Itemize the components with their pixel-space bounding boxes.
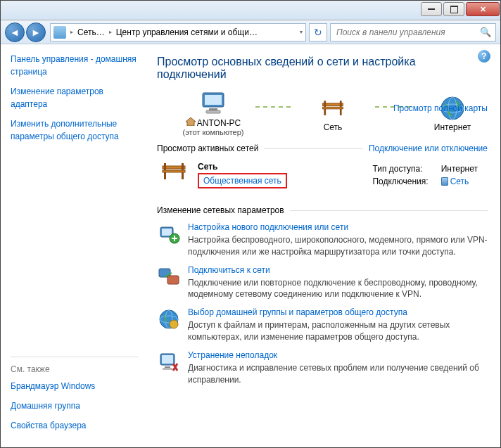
homegroup-icon (157, 307, 181, 331)
sidebar-home-link[interactable]: Панель управления - домашняя страница (11, 53, 139, 78)
access-type-value: Интернет (436, 163, 483, 174)
window: ◄ ► ▸ Сеть… ▸ Центр управления сетями и … (0, 0, 501, 448)
task-item: Настройка нового подключения или сетиНас… (157, 222, 488, 258)
svg-rect-19 (182, 163, 184, 170)
seealso-homegroup-link[interactable]: Домашняя группа (11, 399, 139, 412)
task-title-link[interactable]: Подключиться к сети (188, 265, 488, 275)
task-item: Устранение неполадокДиагностика и исправ… (157, 350, 488, 386)
svg-marker-4 (186, 117, 196, 126)
breadcrumb[interactable]: ▸ Сеть… ▸ Центр управления сетями и общи… (50, 23, 306, 41)
network-profile-highlight: Общественная сеть (198, 173, 287, 188)
map-pc-label: ANTON-PC (197, 118, 241, 128)
svg-rect-17 (182, 172, 184, 179)
network-profile-link[interactable]: Общественная сеть (203, 176, 281, 186)
full-map-link[interactable]: Просмотр полной карты (393, 103, 488, 113)
map-node-pc: ANTON-PC (этот компьютер) (178, 91, 248, 136)
svg-rect-18 (164, 163, 166, 170)
sidebar-adapter-link[interactable]: Изменение параметров адаптера (11, 85, 139, 110)
see-also-header: См. также (11, 357, 139, 374)
svg-rect-24 (167, 276, 179, 284)
chevron-right-icon: ▸ (109, 29, 112, 35)
task-item: Подключиться к сетиПодключение или повто… (157, 265, 488, 301)
svg-rect-10 (340, 101, 342, 107)
seealso-browser-link[interactable]: Свойства браузера (11, 419, 139, 432)
svg-rect-32 (163, 368, 172, 370)
svg-rect-7 (324, 108, 326, 115)
network-map: ANTON-PC (этот компьютер) Сеть (178, 91, 488, 136)
chevron-right-icon: ▸ (70, 29, 73, 35)
search-box[interactable]: 🔍 (330, 23, 496, 41)
network-name: Сеть (198, 162, 287, 172)
breadcrumb-item[interactable]: Центр управления сетями и общи… (116, 27, 258, 37)
chevron-down-icon[interactable]: ▾ (300, 29, 303, 35)
map-pc-sublabel: (этот компьютер) (182, 128, 243, 136)
new-connection-icon (157, 222, 181, 246)
svg-rect-31 (165, 366, 170, 368)
back-button[interactable]: ◄ (5, 23, 25, 42)
breadcrumb-item[interactable]: Сеть… (77, 27, 105, 37)
svg-rect-15 (163, 170, 185, 172)
sidebar: Панель управления - домашняя страница Из… (1, 44, 148, 447)
svg-rect-6 (323, 107, 343, 109)
active-networks-header: Просмотр активных сетей (157, 143, 258, 153)
svg-rect-9 (324, 101, 326, 107)
computer-icon (201, 91, 226, 116)
bench-icon (160, 162, 192, 184)
sidebar-sharing-link[interactable]: Изменить дополнительные параметры общего… (11, 117, 139, 143)
svg-rect-21 (162, 229, 172, 236)
title-bar (1, 1, 500, 20)
refresh-button[interactable]: ↻ (309, 23, 327, 41)
network-icon (53, 26, 66, 39)
seealso-firewall-link[interactable]: Брандмауэр Windows (11, 380, 139, 392)
search-input[interactable] (335, 27, 480, 38)
task-description: Доступ к файлам и принтерам, расположенн… (188, 319, 488, 343)
task-description: Диагностика и исправление сетевых пробле… (188, 362, 488, 386)
svg-rect-3 (206, 110, 220, 113)
maximize-button[interactable] (443, 2, 464, 16)
connection-line (255, 106, 291, 108)
task-title-link[interactable]: Настройка нового подключения или сети (188, 222, 488, 232)
svg-rect-8 (340, 108, 342, 115)
minimize-button[interactable] (421, 2, 442, 16)
task-title-link[interactable]: Устранение неполадок (188, 350, 488, 360)
task-description: Настройка беспроводного, широкополосного… (188, 234, 488, 258)
connect-network-icon (157, 265, 181, 289)
map-network-label: Сеть (324, 122, 343, 132)
active-network-row: Сеть Общественная сеть Тип доступа: Инте… (157, 158, 488, 193)
map-node-network: Сеть (298, 96, 368, 132)
connections-label: Подключения: (367, 176, 433, 187)
troubleshoot-icon (157, 350, 181, 374)
svg-rect-30 (162, 355, 173, 364)
close-button[interactable] (466, 2, 500, 16)
connect-disconnect-link[interactable]: Подключение или отключение (369, 143, 488, 153)
forward-button[interactable]: ► (26, 23, 46, 42)
access-type-label: Тип доступа: (367, 163, 433, 174)
task-item: Выбор домашней группы и параметров общег… (157, 307, 488, 343)
svg-rect-16 (164, 172, 166, 179)
help-icon[interactable]: ? (478, 50, 490, 63)
bench-icon (320, 96, 345, 121)
main-panel: ? Просмотр основных сведений о сети и на… (148, 44, 500, 447)
search-icon[interactable]: 🔍 (480, 27, 491, 37)
map-node-internet: Интернет (417, 96, 488, 132)
svg-rect-1 (205, 95, 222, 105)
svg-point-28 (170, 320, 178, 328)
map-internet-label: Интернет (434, 122, 471, 132)
nic-icon (441, 177, 448, 186)
address-bar: ◄ ► ▸ Сеть… ▸ Центр управления сетями и … (1, 20, 500, 44)
task-title-link[interactable]: Выбор домашней группы и параметров общег… (188, 307, 488, 317)
task-description: Подключение или повторное подключение к … (188, 277, 488, 301)
page-title: Просмотр основных сведений о сети и наст… (157, 56, 488, 81)
change-settings-header: Изменение сетевых параметров (157, 205, 284, 215)
connection-link[interactable]: Сеть (450, 177, 469, 186)
